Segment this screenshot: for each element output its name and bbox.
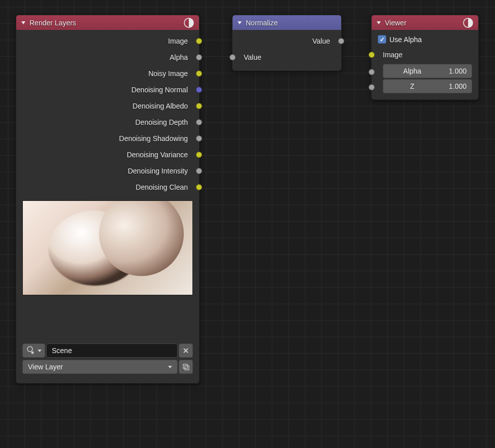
output-socket-denoising-albedo[interactable]: Denoising Albedo — [16, 98, 199, 114]
socket-dot[interactable] — [196, 38, 202, 44]
output-socket-denoising-intensity[interactable]: Denoising Intensity — [16, 163, 199, 179]
svg-point-2 — [31, 352, 34, 354]
scene-field[interactable]: Scene — [46, 343, 178, 358]
chevron-down-icon — [168, 366, 172, 368]
node-header[interactable]: Viewer — [372, 15, 478, 30]
socket-dot[interactable] — [196, 119, 202, 125]
socket-dot[interactable] — [196, 135, 202, 142]
svg-rect-4 — [185, 366, 189, 370]
output-socket-denoising-variance[interactable]: Denoising Variance — [16, 147, 199, 163]
socket-dot[interactable] — [196, 87, 202, 93]
node-viewer[interactable]: Viewer Use Alpha Image Alpha 1.000 Z 1.0… — [371, 15, 479, 100]
node-title: Render Layers — [29, 19, 184, 27]
node-render-layers[interactable]: Render Layers Image Alpha Noisy Image De… — [16, 15, 200, 384]
material-preview-icon[interactable] — [463, 18, 473, 28]
socket-dot[interactable] — [369, 69, 375, 75]
output-socket-value[interactable]: Value — [233, 33, 341, 49]
output-socket-image[interactable]: Image — [16, 33, 199, 49]
node-header[interactable]: Render Layers — [16, 15, 199, 30]
node-normalize[interactable]: Normalize Value Value — [232, 15, 342, 71]
node-body: Value Value — [233, 30, 341, 71]
use-alpha-checkbox[interactable]: Use Alpha — [372, 33, 478, 47]
node-title: Normalize — [246, 19, 336, 27]
input-socket-value[interactable]: Value — [233, 49, 341, 65]
svg-point-1 — [27, 347, 32, 352]
socket-dot[interactable] — [196, 71, 202, 77]
output-socket-denoising-shadowing[interactable]: Denoising Shadowing — [16, 130, 199, 147]
socket-dot[interactable] — [196, 152, 202, 158]
node-title: Viewer — [385, 19, 463, 27]
checkbox-icon[interactable] — [378, 35, 386, 44]
scene-browse-button[interactable] — [22, 343, 45, 358]
collapse-icon[interactable] — [238, 21, 242, 24]
input-socket-image[interactable]: Image — [372, 47, 478, 63]
output-socket-denoising-normal[interactable]: Denoising Normal — [16, 82, 199, 98]
socket-dot[interactable] — [196, 184, 202, 190]
socket-dot[interactable] — [338, 38, 344, 44]
socket-dot[interactable] — [196, 54, 202, 60]
collapse-icon[interactable] — [377, 21, 381, 24]
z-number-field[interactable]: Z 1.000 — [383, 79, 472, 93]
socket-dot[interactable] — [229, 54, 236, 60]
view-layer-duplicate-button[interactable] — [179, 360, 193, 374]
material-preview-icon[interactable] — [184, 18, 194, 28]
socket-dot[interactable] — [369, 52, 375, 58]
scene-clear-button[interactable] — [179, 343, 193, 358]
node-header[interactable]: Normalize — [233, 15, 341, 30]
socket-dot[interactable] — [196, 168, 202, 174]
view-layer-dropdown[interactable]: View Layer — [22, 360, 178, 374]
socket-dot[interactable] — [369, 84, 375, 90]
chevron-down-icon — [38, 350, 42, 352]
render-preview — [22, 200, 193, 295]
svg-rect-3 — [183, 364, 187, 368]
output-socket-alpha[interactable]: Alpha — [16, 49, 199, 65]
output-socket-denoising-clean[interactable]: Denoising Clean — [16, 179, 199, 195]
output-socket-noisy-image[interactable]: Noisy Image — [16, 65, 199, 82]
socket-dot[interactable] — [196, 103, 202, 109]
node-body: Use Alpha Image Alpha 1.000 Z 1.000 — [372, 30, 478, 99]
collapse-icon[interactable] — [21, 21, 25, 24]
alpha-number-field[interactable]: Alpha 1.000 — [383, 64, 472, 78]
node-body: Image Alpha Noisy Image Denoising Normal… — [16, 30, 199, 383]
output-socket-denoising-depth[interactable]: Denoising Depth — [16, 114, 199, 130]
